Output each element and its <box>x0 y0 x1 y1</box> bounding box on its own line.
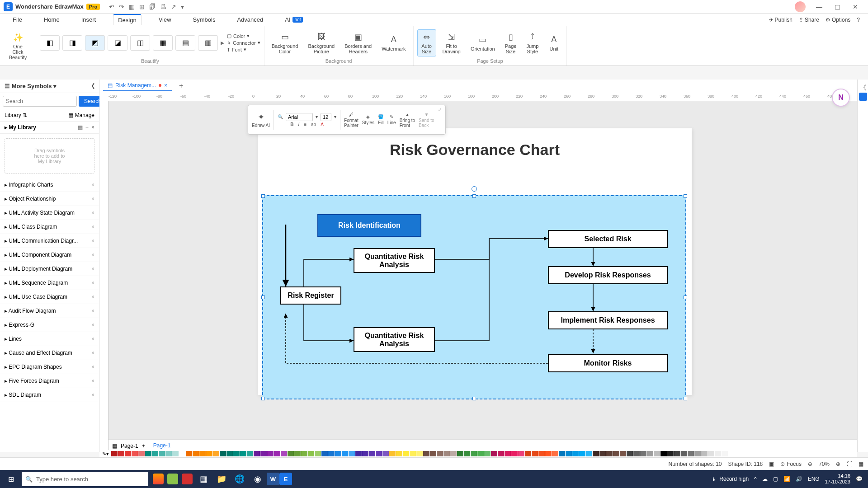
color-swatch[interactable] <box>288 451 294 456</box>
zoom-in-button[interactable]: ⊕ <box>836 461 840 467</box>
color-swatch[interactable] <box>193 451 199 456</box>
help-icon[interactable]: ? <box>857 17 860 23</box>
color-swatch[interactable] <box>477 451 484 456</box>
ai-assistant-bubble[interactable]: N <box>832 89 850 107</box>
color-swatch[interactable] <box>403 451 409 456</box>
theme-preset[interactable]: ◧ <box>40 35 60 51</box>
watermark-button[interactable]: AWatermark <box>378 33 409 53</box>
menu-insert[interactable]: Insert <box>77 14 101 25</box>
color-swatch[interactable] <box>586 451 592 456</box>
color-swatch[interactable] <box>566 451 572 456</box>
share-button[interactable]: ⇪ Share <box>799 17 819 23</box>
close-button[interactable]: ✕ <box>846 3 864 10</box>
category-close-icon[interactable]: × <box>91 252 94 258</box>
color-swatch[interactable] <box>138 451 145 456</box>
color-swatch[interactable] <box>511 451 518 456</box>
category-close-icon[interactable]: × <box>91 336 94 342</box>
color-swatch[interactable] <box>355 451 362 456</box>
menu-design[interactable]: Design <box>113 14 141 25</box>
zoom-out-button[interactable]: ⊖ <box>808 461 812 467</box>
symbol-category[interactable]: ▸ Audit Flow Diagram× <box>0 304 99 318</box>
color-dropdown[interactable]: ▢ Color ▾ <box>227 33 260 39</box>
dropdown-icon[interactable]: ▾ <box>316 114 318 119</box>
color-swatch[interactable] <box>308 451 314 456</box>
qat-icon[interactable]: 🗐 <box>149 3 156 10</box>
color-swatch[interactable] <box>599 451 606 456</box>
color-swatch[interactable] <box>172 451 179 456</box>
page-size-button[interactable]: ▯Page Size <box>501 30 520 56</box>
box-selected-risk[interactable]: Selected Risk <box>548 230 668 248</box>
floating-toolbar[interactable]: ✦ Edraw AI 🔍 ▾ ▾ B I ≡ ab A 🖌Format Pain… <box>248 105 446 135</box>
theme-preset[interactable]: ◩ <box>85 35 105 51</box>
taskbar-clock[interactable]: 14:16 17-10-2023 <box>825 473 850 485</box>
color-swatch[interactable] <box>613 451 619 456</box>
category-close-icon[interactable]: × <box>91 224 94 230</box>
color-swatch[interactable] <box>362 451 368 456</box>
preset-more-icon[interactable]: ▸ <box>221 38 224 47</box>
edge-icon[interactable]: 🌐 <box>231 470 249 488</box>
color-swatch[interactable] <box>111 451 118 456</box>
word-icon[interactable]: W <box>267 473 279 485</box>
color-swatch[interactable] <box>132 451 138 456</box>
weather-widget[interactable]: 🌡 Record high <box>711 476 749 482</box>
color-swatch[interactable] <box>633 451 640 456</box>
font-color-button[interactable]: A <box>321 122 324 127</box>
color-swatch[interactable] <box>294 451 301 456</box>
fullscreen-icon[interactable]: ⛶ <box>847 461 852 467</box>
mylib-add-icon[interactable]: + <box>85 124 89 131</box>
resize-handle[interactable] <box>261 296 265 299</box>
borders-button[interactable]: ▣Borders and Headers <box>341 30 375 56</box>
sidebar-collapse-icon[interactable]: 《 <box>89 82 94 90</box>
resize-handle[interactable] <box>684 296 687 299</box>
color-swatch[interactable] <box>423 451 429 456</box>
fit-page-icon[interactable]: ▣ <box>769 461 774 467</box>
color-swatch[interactable] <box>498 451 504 456</box>
mylib-dropzone[interactable]: Drag symbols here to add to My Library <box>5 138 94 174</box>
color-swatch[interactable] <box>667 451 674 456</box>
color-swatch[interactable] <box>593 451 599 456</box>
color-swatch[interactable] <box>186 451 192 456</box>
toolbar-expand-icon[interactable]: ⤢ <box>438 107 442 112</box>
color-swatch[interactable] <box>660 451 667 456</box>
maximize-button[interactable]: ▢ <box>828 3 846 10</box>
canvas-viewport[interactable]: Risk Governance Chart <box>108 101 857 439</box>
manage-button[interactable]: ▦ Manage <box>68 112 94 118</box>
color-swatch[interactable] <box>233 451 240 456</box>
color-swatch[interactable] <box>321 451 328 456</box>
box-qra-1[interactable]: Quantitative Risk Analysis <box>354 248 435 273</box>
color-swatch[interactable] <box>389 451 396 456</box>
tab-close-icon[interactable]: × <box>164 82 167 89</box>
jump-style-button[interactable]: ⤴Jump Style <box>523 30 542 56</box>
color-swatch[interactable] <box>165 451 172 456</box>
color-swatch[interactable] <box>159 451 165 456</box>
color-swatch[interactable] <box>484 451 491 456</box>
color-swatch[interactable] <box>559 451 565 456</box>
qat-icon[interactable]: ⊞ <box>139 3 145 10</box>
right-panel[interactable]: 《 <box>857 80 868 452</box>
symbol-category[interactable]: ▸ Lines× <box>0 332 99 346</box>
tray-chevron-icon[interactable]: ^ <box>754 476 757 482</box>
symbol-category[interactable]: ▸ Infographic Charts× <box>0 178 99 192</box>
tray-meet-icon[interactable]: ▢ <box>773 476 778 482</box>
category-close-icon[interactable]: × <box>91 308 94 314</box>
color-swatch[interactable] <box>437 451 443 456</box>
color-swatch[interactable] <box>443 451 450 456</box>
rotation-handle[interactable] <box>472 186 477 192</box>
color-swatch[interactable] <box>728 451 735 456</box>
font-size-input[interactable] <box>321 113 331 121</box>
category-close-icon[interactable]: × <box>91 392 94 398</box>
symbol-category[interactable]: ▸ UML Class Diagram× <box>0 220 99 234</box>
color-swatch[interactable] <box>349 451 355 456</box>
theme-preset[interactable]: ◨ <box>62 35 82 51</box>
color-swatch[interactable] <box>260 451 267 456</box>
color-swatch[interactable] <box>701 451 708 456</box>
color-swatch[interactable] <box>545 451 552 456</box>
auto-size-button[interactable]: ⇔Auto Size <box>417 29 436 56</box>
resize-handle[interactable] <box>261 397 265 400</box>
color-swatch[interactable] <box>240 451 246 456</box>
color-swatch[interactable] <box>579 451 585 456</box>
color-swatch[interactable] <box>572 451 579 456</box>
color-swatch[interactable] <box>301 451 307 456</box>
edraw-ai-label[interactable]: Edraw AI <box>252 123 270 128</box>
task-view-icon[interactable]: ▦ <box>194 470 212 488</box>
